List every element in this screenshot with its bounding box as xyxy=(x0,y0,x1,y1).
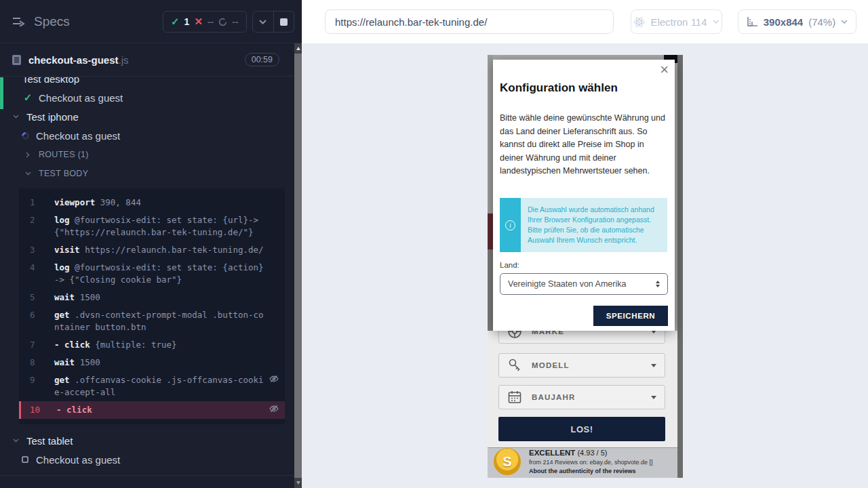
line-number: 8 xyxy=(19,357,54,369)
line-number: 6 xyxy=(19,309,54,333)
save-button[interactable]: SPEICHERN xyxy=(593,306,668,326)
electron-icon xyxy=(633,16,645,28)
close-icon[interactable]: × xyxy=(660,62,669,77)
line-number: 5 xyxy=(19,291,54,304)
passed-indicator-strip xyxy=(0,77,3,109)
dimmed-page-edge xyxy=(488,249,493,331)
sidebar-scrollbar xyxy=(294,43,302,488)
hidden-element-icon xyxy=(269,375,279,385)
passed-count: 1 xyxy=(184,16,190,27)
failed-count: -- xyxy=(208,16,214,27)
browser-name: Electron 114 xyxy=(650,16,707,28)
tree-group-desktop[interactable]: Test desktop xyxy=(0,77,294,88)
chevron-down-icon xyxy=(10,115,21,119)
code-line[interactable]: 4log @fourtwosix-edit: set state: {actio… xyxy=(19,259,285,289)
command-name: wait xyxy=(54,357,80,367)
page-scrollbar xyxy=(677,55,683,478)
tree-section-routes[interactable]: ROUTES (1) xyxy=(0,145,294,164)
command-name: visit xyxy=(54,245,85,255)
test-running-spinner-icon xyxy=(20,132,31,140)
line-number: 7 xyxy=(19,339,54,351)
sidebar-title: Specs xyxy=(34,14,70,29)
chevron-right-icon xyxy=(22,152,33,158)
stop-icon xyxy=(280,18,288,26)
command-name: viewport xyxy=(54,197,100,207)
run-controls xyxy=(252,11,294,33)
hidden-element-icon xyxy=(269,405,279,415)
tree-test-iphone-checkout[interactable]: Checkout as guest xyxy=(0,126,294,145)
browser-select[interactable]: Electron 114 xyxy=(631,9,722,34)
browser-toolbar: Electron 114 390x844 (74%) xyxy=(302,0,868,43)
preview-stage: MARKE MODELL xyxy=(302,43,868,488)
shopvote-seal-icon: S xyxy=(494,448,521,475)
file-name: checkout-as-guest xyxy=(28,54,119,66)
modal-title: Konfiguration wählen xyxy=(500,81,618,95)
url-input[interactable] xyxy=(325,9,614,34)
modal-description: Bitte wähle deine gewünschte Währung und… xyxy=(500,112,669,178)
code-line[interactable]: 9get .offcanvas-cookie .js-offcanvas-coo… xyxy=(19,371,285,401)
code-line[interactable]: 8wait 1500 xyxy=(19,354,285,371)
line-number: 10 xyxy=(21,404,56,416)
tree-group-tablet[interactable]: Test tablet xyxy=(0,431,294,450)
scrollbar-down-button[interactable] xyxy=(294,478,302,488)
viewport-size-value: 390x844 xyxy=(764,16,803,28)
chevron-down-icon xyxy=(713,20,719,24)
rating-title: EXCELLENT xyxy=(529,449,575,457)
collapse-button[interactable] xyxy=(253,12,273,32)
viewport-size-select[interactable]: 390x844 (74%) xyxy=(738,9,856,34)
chevron-down-icon xyxy=(651,364,656,367)
code-line[interactable]: 3visit https://relaunch.bar-tek-tuning.d… xyxy=(19,241,285,259)
spec-file-row[interactable]: checkout-as-guest.js 00:59 xyxy=(0,43,302,77)
test-tree: Test desktop ✓ Checkout as guest Test ip… xyxy=(0,77,294,488)
modell-select: MODELL xyxy=(498,353,665,378)
sidebar-header: Specs ✓ 1 ✕ -- -- xyxy=(0,0,302,43)
tree-section-test-body[interactable]: TEST BODY xyxy=(0,164,294,183)
command-name: wait xyxy=(54,292,80,302)
stop-button[interactable] xyxy=(273,12,294,32)
code-line[interactable]: 10- click xyxy=(19,401,285,419)
app-under-test-viewport: MARKE MODELL xyxy=(488,55,683,478)
main-panel: Electron 114 390x844 (74%) xyxy=(302,0,868,488)
duration-badge: 00:59 xyxy=(245,53,279,66)
info-icon: i xyxy=(505,220,515,230)
select-stepper-icon xyxy=(656,281,660,287)
scrollbar-thumb[interactable] xyxy=(294,54,302,478)
code-block: 1viewport 390, 8442log @fourtwosix-edit:… xyxy=(19,188,285,424)
scrollbar-up-button[interactable] xyxy=(294,43,302,54)
chevron-down-icon xyxy=(651,396,656,399)
chevron-down-icon xyxy=(259,20,267,24)
line-number: 1 xyxy=(19,197,54,209)
code-line[interactable]: 7- click {multiple: true} xyxy=(19,336,285,354)
info-stripe: i xyxy=(500,198,521,252)
country-select[interactable]: Vereinigte Staaten von Amerika xyxy=(500,273,668,295)
failed-x-icon: ✕ xyxy=(194,16,203,28)
tree-group-iphone[interactable]: Test iphone xyxy=(0,107,294,126)
chevron-down-icon xyxy=(22,171,33,176)
test-passed-icon: ✓ xyxy=(22,92,33,104)
chevron-down-icon xyxy=(10,439,21,443)
rating-score: (4.93 / 5) xyxy=(577,449,607,457)
specs-sidebar: Specs ✓ 1 ✕ -- -- xyxy=(0,0,302,488)
code-line[interactable]: 2log @fourtwosix-edit: set state: {url}-… xyxy=(19,211,285,241)
baujahr-select: BAUJAHR xyxy=(498,385,665,409)
country-value: Vereinigte Staaten von Amerika xyxy=(508,279,626,289)
command-name: - click xyxy=(54,340,95,350)
los-button: LOS! xyxy=(498,417,665,441)
menu-expand-icon[interactable] xyxy=(12,16,26,26)
info-text: Die Auswahl wurde automatisch anhand Ihr… xyxy=(521,198,667,252)
tree-test-desktop-checkout[interactable]: ✓ Checkout as guest xyxy=(0,88,294,107)
dimmed-red-banner xyxy=(488,214,493,249)
code-line[interactable]: 6get .dvsn-context-prompt-modal .button-… xyxy=(19,306,285,336)
tree-test-tablet-checkout[interactable]: Checkout as guest xyxy=(0,450,294,469)
passed-check-icon: ✓ xyxy=(171,16,180,28)
rating-source: from 214 Reviews on: ebay.de, shopvote.d… xyxy=(529,458,652,466)
info-banner: i Die Auswahl wurde automatisch anhand I… xyxy=(500,198,667,252)
key-icon xyxy=(507,358,522,373)
command-name: log xyxy=(54,262,75,272)
rating-summary: EXCELLENT (4.93 / 5) from 214 Reviews on… xyxy=(529,449,652,475)
ruler-icon xyxy=(747,16,758,27)
code-line[interactable]: 1viewport 390, 844 xyxy=(19,194,285,211)
code-line[interactable]: 5wait 1500 xyxy=(19,289,285,306)
command-name: get xyxy=(54,310,75,320)
running-spinner-icon xyxy=(218,18,227,26)
